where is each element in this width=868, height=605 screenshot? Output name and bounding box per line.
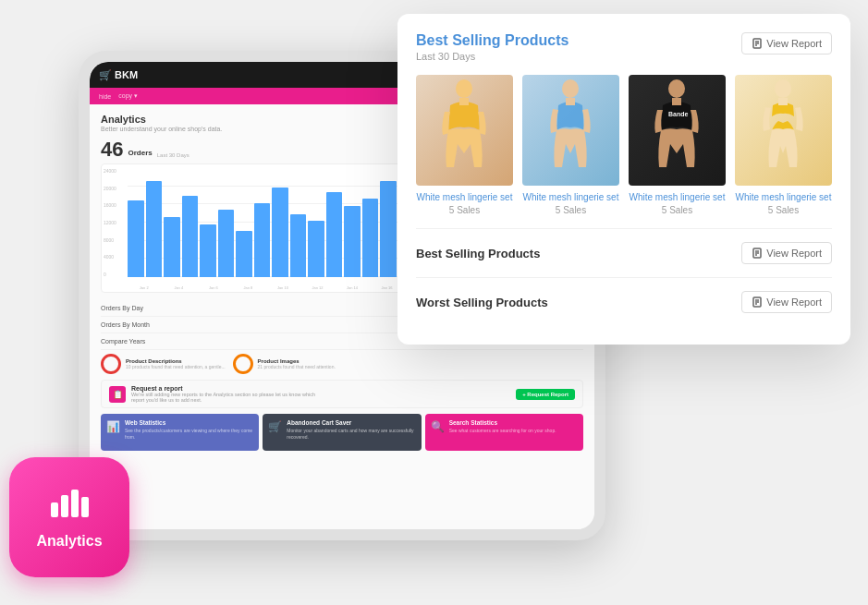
- x-label: Jan 4: [163, 285, 196, 290]
- bar-chart-icon: [49, 486, 90, 519]
- y-label: 8000: [104, 237, 116, 243]
- stat-sublabel: Last 30 Days: [157, 152, 189, 158]
- product-card: White mesh lingerie set 5 Sales: [735, 75, 832, 215]
- bar: [254, 203, 271, 277]
- popup-header-left: Best Selling Products Last 30 Days: [416, 32, 568, 62]
- svg-rect-23: [71, 490, 79, 517]
- y-label: 20000: [104, 186, 116, 191]
- tile-desc: Monitor your abandoned carts and how man…: [287, 428, 415, 440]
- document-icon: [752, 296, 763, 308]
- product-name: White mesh lingerie set: [522, 191, 619, 203]
- worst-selling-row: Worst Selling Products View Report: [416, 277, 832, 326]
- tablet-logo: 🛒 BKM: [99, 69, 138, 81]
- request-subtitle: We're still adding new reports to the An…: [131, 392, 316, 403]
- analytics-icon: [49, 486, 90, 527]
- product-image: Bande: [629, 75, 726, 186]
- svg-text:Bande: Bande: [668, 111, 689, 117]
- bar: [344, 206, 361, 277]
- best-selling-view-report[interactable]: View Report: [741, 242, 832, 264]
- bar: [218, 210, 235, 277]
- tile-title: Search Statistics: [449, 419, 556, 426]
- product-name: White mesh lingerie set: [735, 191, 832, 203]
- chart-y-labels: 24000 20000 16000 12000 8000 4000 0: [104, 168, 116, 277]
- bar: [200, 224, 216, 277]
- donut-text: Product Descriptions 10 products found t…: [126, 358, 226, 369]
- bar: [326, 192, 343, 277]
- svg-point-8: [668, 79, 685, 98]
- svg-rect-5: [459, 98, 469, 105]
- donut-section: Product Descriptions 10 products found t…: [101, 354, 583, 374]
- y-label: 16000: [104, 202, 116, 208]
- product-card: White mesh lingerie set 5 Sales: [522, 75, 619, 215]
- bar: [146, 181, 163, 277]
- donut-sub: 21 products found that need attention.: [258, 364, 336, 369]
- tile-title: Web Statistics: [125, 419, 253, 426]
- product-card: White mesh lingerie set 5 Sales: [416, 75, 513, 215]
- bar: [272, 188, 288, 277]
- request-report-button[interactable]: + Request Report: [516, 389, 575, 400]
- view-report-button[interactable]: View Report: [741, 32, 832, 54]
- request-text: Request a report We're still adding new …: [131, 385, 316, 403]
- request-icon: 📋: [109, 386, 126, 403]
- tile-content: Web Statistics See the products/customer…: [125, 419, 253, 440]
- bar: [182, 196, 199, 278]
- web-statistics-tile[interactable]: 📊 Web Statistics See the products/custom…: [101, 414, 259, 451]
- svg-point-6: [562, 79, 579, 98]
- product-image: [416, 75, 513, 186]
- x-label: Jan 14: [336, 285, 369, 290]
- product-grid: White mesh lingerie set 5 Sales White me…: [416, 75, 832, 215]
- cart-icon: 🛒: [268, 420, 282, 433]
- figure-svg: [545, 79, 596, 181]
- bar: [164, 217, 180, 277]
- bar: [308, 221, 324, 277]
- donut-text: Product Images 21 products found that ne…: [258, 358, 336, 369]
- chart-icon: 📊: [106, 420, 120, 433]
- product-sales: 5 Sales: [522, 205, 619, 215]
- svg-rect-9: [672, 98, 681, 105]
- report-label: Orders By Month: [101, 321, 150, 328]
- best-selling-label: Best Selling Products: [416, 247, 540, 260]
- x-label: Jan 8: [232, 285, 265, 290]
- svg-rect-21: [51, 502, 58, 517]
- svg-point-11: [775, 79, 791, 98]
- request-report-banner: 📋 Request a report We're still adding ne…: [101, 380, 583, 408]
- tablet-side-button: [82, 293, 88, 298]
- document-icon: [752, 38, 763, 49]
- y-label: 0: [104, 272, 116, 277]
- worst-selling-view-report[interactable]: View Report: [741, 291, 832, 313]
- request-banner-left: 📋 Request a report We're still adding ne…: [109, 385, 316, 403]
- bar: [128, 200, 144, 277]
- svg-point-4: [456, 79, 472, 98]
- stat-number: 46: [101, 139, 123, 160]
- figure-svg: Bande: [652, 79, 703, 181]
- subnav-item[interactable]: hide: [99, 93, 111, 100]
- bottom-tiles: 📊 Web Statistics See the products/custom…: [101, 414, 583, 451]
- popup-header: Best Selling Products Last 30 Days View …: [416, 32, 832, 62]
- cart-icon: 🛒: [99, 69, 112, 81]
- donut-orange-circle: [233, 354, 253, 374]
- bar: [236, 231, 252, 277]
- worst-selling-label: Worst Selling Products: [416, 296, 548, 309]
- tile-desc: See what customers are searching for on …: [449, 428, 556, 434]
- y-label: 12000: [104, 220, 116, 225]
- x-label: Jan 6: [197, 285, 230, 290]
- tile-content: Search Statistics See what customers are…: [449, 419, 556, 434]
- y-label: 4000: [104, 254, 116, 260]
- tile-content: Abandoned Cart Saver Monitor your abando…: [287, 419, 415, 440]
- x-label: Jan 12: [301, 285, 335, 290]
- product-image: [522, 75, 619, 186]
- search-icon: 🔍: [431, 420, 445, 433]
- subnav-item[interactable]: copy ▾: [118, 92, 138, 100]
- donut-item: Product Descriptions 10 products found t…: [101, 354, 226, 374]
- product-image: [735, 75, 832, 186]
- abandoned-cart-tile[interactable]: 🛒 Abandoned Cart Saver Monitor your aban…: [263, 414, 421, 451]
- report-label: Orders By Day: [101, 305, 143, 311]
- figure-svg: [758, 79, 809, 181]
- product-sales: 5 Sales: [735, 205, 832, 215]
- popup-title: Best Selling Products: [416, 32, 568, 49]
- donut-item: Product Images 21 products found that ne…: [233, 354, 336, 374]
- bar: [362, 199, 379, 277]
- tile-title: Abandoned Cart Saver: [287, 419, 415, 426]
- product-sales: 5 Sales: [629, 205, 726, 215]
- search-statistics-tile[interactable]: 🔍 Search Statistics See what customers a…: [425, 414, 583, 451]
